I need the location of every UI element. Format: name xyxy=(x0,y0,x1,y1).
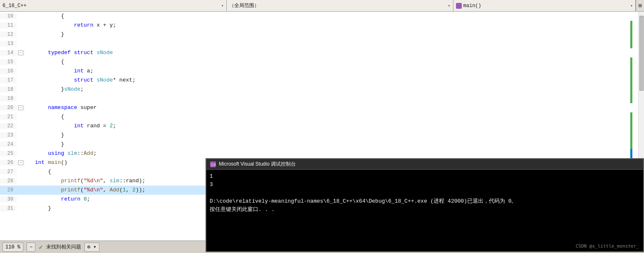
table-row: 12 } xyxy=(0,30,638,39)
line-gutter[interactable]: − xyxy=(17,50,25,55)
table-row: 17 struct sNode* next; xyxy=(0,76,638,85)
line-number: 30 xyxy=(0,196,17,202)
line-number: 19 xyxy=(0,96,17,102)
line-number: 11 xyxy=(0,22,17,28)
table-row: 13 xyxy=(0,39,638,48)
table-row: 11 return x + y; xyxy=(0,21,638,30)
console-title-text: Microsoft Visual Studio 调试控制台 xyxy=(219,161,296,168)
line-number: 27 xyxy=(0,169,17,175)
line-number: 25 xyxy=(0,151,17,156)
fold-icon[interactable]: − xyxy=(18,160,23,165)
line-number: 13 xyxy=(0,41,17,47)
table-row: 25 using slm::Add; xyxy=(0,149,638,158)
code-content: namespace super xyxy=(33,103,638,112)
console-press-key-line: 按任意键关闭此窗口. . . xyxy=(210,206,640,214)
file-dropdown-arrow: ▾ xyxy=(221,3,224,8)
table-row: 22 int rand = 2; xyxy=(0,122,638,131)
file-label: 6_18_C++ xyxy=(2,3,220,9)
line-number: 28 xyxy=(0,178,17,184)
search-status: 未找到相关问题 xyxy=(46,243,81,251)
table-row: 18 }sNode; xyxy=(0,85,638,94)
console-output-line xyxy=(210,189,640,197)
main-area: 10 { 11 return x + y; 12 xyxy=(0,12,644,241)
zoom-value: 110 % xyxy=(5,244,20,250)
line-number: 15 xyxy=(0,59,17,65)
blue-indicator-bar xyxy=(630,149,632,158)
line-number: 17 xyxy=(0,77,17,83)
line-number: 10 xyxy=(0,13,17,19)
code-content: } xyxy=(33,131,638,140)
split-icon: ⊞ xyxy=(638,2,642,9)
line-number: 18 xyxy=(0,87,17,92)
console-output-line: 1 xyxy=(210,172,640,181)
console-body: 1 3 D:\code\relatively-meaningful-names\… xyxy=(206,170,643,216)
line-number: 16 xyxy=(0,68,17,74)
code-content: { xyxy=(33,57,638,67)
line-number: 23 xyxy=(0,132,17,138)
line-gutter[interactable]: − xyxy=(17,105,25,110)
code-content: } xyxy=(33,140,638,149)
table-row: 23 } xyxy=(0,131,638,140)
green-indicator-bar xyxy=(630,21,632,48)
line-number: 21 xyxy=(0,114,17,120)
code-content: int rand = 2; xyxy=(33,122,638,131)
table-row: 16 int a; xyxy=(0,67,638,76)
fold-icon[interactable]: − xyxy=(18,105,23,110)
top-bar: 6_18_C++ ▾ （全局范围） ▾ main() ▾ ⊞ xyxy=(0,0,644,12)
scrollbar-thumb[interactable] xyxy=(639,16,644,91)
fold-icon[interactable]: − xyxy=(18,50,23,55)
code-content: { xyxy=(33,112,638,122)
zoom-decrease-button[interactable]: − xyxy=(27,243,35,252)
status-check-icon: ✓ xyxy=(39,243,43,251)
line-number: 26 xyxy=(0,160,17,166)
line-number: 20 xyxy=(0,105,17,111)
code-content: using slm::Add; xyxy=(33,149,638,158)
scope-dropdown[interactable]: （全局范围） ▾ xyxy=(227,0,453,11)
table-row: 15 { xyxy=(0,57,638,67)
config-button[interactable]: ⚙ ▾ xyxy=(84,243,99,252)
function-dropdown-arrow: ▾ xyxy=(630,3,633,8)
console-icon: C# xyxy=(210,161,216,168)
file-dropdown[interactable]: 6_18_C++ ▾ xyxy=(0,0,227,11)
console-path-line: D:\code\relatively-meaningful-names\6_18… xyxy=(210,197,640,206)
code-content: int a; xyxy=(33,67,638,76)
code-content: }sNode; xyxy=(33,85,638,94)
scope-dropdown-arrow: ▾ xyxy=(448,3,451,8)
table-row: 20 − namespace super xyxy=(0,103,638,112)
green-indicator-bar xyxy=(630,57,632,103)
line-number: 24 xyxy=(0,141,17,147)
table-row: 21 { xyxy=(0,112,638,122)
console-output-line: 3 xyxy=(210,181,640,189)
console-watermark: CSDN @s_little_monster_ xyxy=(576,243,639,249)
line-number: 12 xyxy=(0,32,17,37)
scope-label: （全局范围） xyxy=(229,2,446,9)
code-content: struct sNode* next; xyxy=(33,76,638,85)
search-status-text: 未找到相关问题 xyxy=(46,243,81,251)
line-gutter[interactable]: − xyxy=(17,160,25,165)
line-number: 14 xyxy=(0,50,17,56)
console-window[interactable]: C# Microsoft Visual Studio 调试控制台 1 3 D:\… xyxy=(206,158,644,252)
zoom-control[interactable]: 110 % xyxy=(2,243,23,252)
code-content: typedef struct sNode xyxy=(33,48,638,57)
config-icon: ⚙ ▾ xyxy=(87,244,97,250)
line-number: 29 xyxy=(0,187,17,193)
table-row: 24 } xyxy=(0,140,638,149)
code-content: } xyxy=(33,30,638,39)
code-content: { xyxy=(33,12,638,21)
function-dropdown[interactable]: main() ▾ xyxy=(453,0,636,11)
function-icon xyxy=(456,3,462,9)
table-row: 14 − typedef struct sNode xyxy=(0,48,638,57)
table-row: 10 { xyxy=(0,12,638,21)
zoom-decrease-icon: − xyxy=(30,244,32,250)
split-button[interactable]: ⊞ xyxy=(636,0,644,11)
line-number: 22 xyxy=(0,123,17,129)
line-number: 31 xyxy=(0,206,17,211)
console-title-bar: C# Microsoft Visual Studio 调试控制台 xyxy=(206,159,643,170)
table-row: 19 xyxy=(0,94,638,103)
code-content: return x + y; xyxy=(33,21,638,30)
function-label: main() xyxy=(463,3,629,9)
svg-text:C#: C# xyxy=(211,163,216,167)
status-icon-item: ✓ xyxy=(39,243,43,251)
